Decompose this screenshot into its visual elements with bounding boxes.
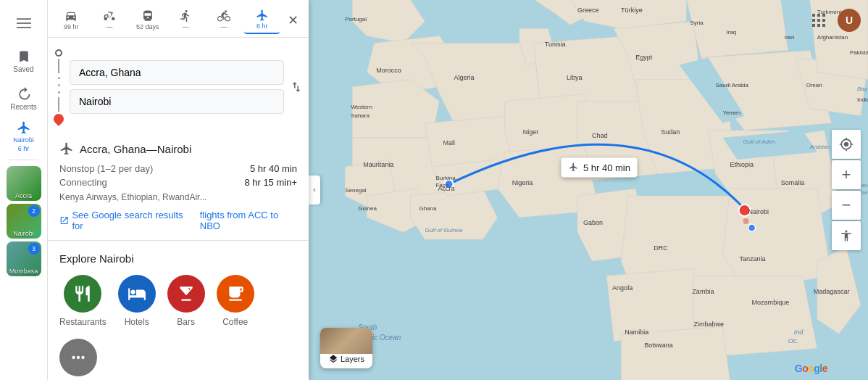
apps-button[interactable] xyxy=(806,7,832,33)
dest-pin xyxy=(51,112,66,126)
sidebar-thumb-mombasa[interactable]: Mombasa 3 xyxy=(7,241,41,276)
transport-mode-cycle[interactable]: — xyxy=(206,7,242,33)
explore-hotels[interactable]: Hotels xyxy=(118,275,156,327)
svg-rect-2 xyxy=(17,27,31,28)
svg-text:Algeria: Algeria xyxy=(454,74,475,81)
svg-text:Mozambique: Mozambique xyxy=(752,299,790,306)
transport-mode-drive[interactable]: 99 hr xyxy=(54,7,89,33)
drive-time: 99 hr xyxy=(64,23,79,30)
close-button[interactable]: ✕ xyxy=(283,10,303,30)
mombasa-badge: 3 xyxy=(28,243,40,255)
collapse-panel-button[interactable] xyxy=(309,175,320,205)
transport-mode-transit[interactable]: 52 days xyxy=(130,7,165,33)
svg-text:Türkiye: Türkiye xyxy=(621,7,643,14)
flight-time-label: 5 hr 40 min xyxy=(583,162,630,173)
flight-map-label: 5 hr 40 min xyxy=(562,157,638,177)
pegman-button[interactable] xyxy=(832,221,861,250)
logo-g: G xyxy=(795,363,802,374)
svg-point-4 xyxy=(104,17,108,21)
flight-section: Accra, Ghana—Nairobi Nonstop (1–2 per da… xyxy=(48,133,309,241)
logo-o1: o xyxy=(802,363,808,374)
my-location-button[interactable] xyxy=(832,130,861,159)
restaurants-circle xyxy=(64,275,101,313)
coffee-label: Coffee xyxy=(222,317,248,327)
flight-title: Accra, Ghana—Nairobi xyxy=(59,141,297,156)
svg-text:Niger: Niger xyxy=(523,128,539,136)
svg-text:Nairobi: Nairobi xyxy=(748,208,769,215)
svg-text:Mauritania: Mauritania xyxy=(363,161,394,168)
route-dots xyxy=(54,46,64,127)
svg-text:Zambia: Zambia xyxy=(692,288,714,295)
svg-text:Sea: Sea xyxy=(861,189,868,196)
svg-text:Gulf of Aden: Gulf of Aden xyxy=(743,139,776,145)
nairobi-thumb-label: Nairobi xyxy=(7,230,41,237)
explore-bars[interactable]: Bars xyxy=(167,275,205,327)
svg-text:Pakistan: Pakistan xyxy=(850,49,868,56)
svg-text:Tanzania: Tanzania xyxy=(740,255,767,263)
svg-rect-70 xyxy=(822,14,825,17)
explore-title: Explore Nairobi xyxy=(59,252,297,265)
explore-coffee[interactable]: Coffee xyxy=(217,275,254,327)
bars-circle xyxy=(167,275,205,313)
dot1 xyxy=(58,77,60,79)
bars-label: Bars xyxy=(177,317,195,327)
user-avatar[interactable]: U xyxy=(838,9,861,32)
svg-rect-75 xyxy=(817,24,820,27)
nairobi-badge: 2 xyxy=(28,205,40,217)
sidebar: Saved Recents Nairobi 6 hr Accra Nairobi… xyxy=(0,0,48,380)
google-logo: Google xyxy=(795,363,827,374)
svg-text:Guinea: Guinea xyxy=(358,205,377,212)
route-line2 xyxy=(58,97,59,112)
recents-label: Recents xyxy=(10,103,37,111)
zoom-in-button[interactable]: + xyxy=(832,160,861,189)
svg-point-7 xyxy=(81,356,84,359)
svg-text:Senegal: Senegal xyxy=(345,187,367,194)
route-inputs xyxy=(48,44,309,133)
explore-section: Explore Nairobi Restaurants Hotels xyxy=(48,241,309,380)
map-svg: Morocco Algeria Libya Tunisia Egypt West… xyxy=(309,0,868,380)
sidebar-item-nairobi-flight[interactable]: Nairobi 6 hr xyxy=(7,119,41,154)
transport-mode-bike[interactable]: — xyxy=(92,7,128,33)
sidebar-thumb-nairobi[interactable]: Nairobi 2 xyxy=(7,204,41,239)
layers-label: Layers xyxy=(328,354,364,364)
origin-dot xyxy=(55,49,62,57)
flight-route-label: Accra, Ghana—Nairobi xyxy=(80,143,191,155)
transport-mode-walk[interactable]: — xyxy=(168,7,204,33)
link-prefix: See Google search results for xyxy=(72,210,191,231)
svg-text:Ethiopia: Ethiopia xyxy=(730,161,755,168)
svg-text:Oman: Oman xyxy=(806,82,822,88)
transport-mode-flight[interactable]: 6 hr xyxy=(244,6,280,34)
svg-point-12 xyxy=(748,224,756,231)
svg-rect-76 xyxy=(822,24,825,27)
svg-text:Zimbabwe: Zimbabwe xyxy=(693,321,724,328)
explore-restaurants[interactable]: Restaurants xyxy=(59,275,107,327)
flight-search-link[interactable]: See Google search results for flights fr… xyxy=(59,210,297,231)
svg-text:Somalia: Somalia xyxy=(781,179,806,186)
bike-time: — xyxy=(107,23,113,30)
walk-time: — xyxy=(183,23,189,30)
svg-text:Saudi Arabia: Saudi Arabia xyxy=(715,82,748,88)
svg-text:DRC: DRC xyxy=(654,244,668,252)
origin-input[interactable] xyxy=(70,60,284,85)
transport-bar: 99 hr — 52 days — — 6 hr ✕ xyxy=(48,0,309,38)
map-area: Morocco Algeria Libya Tunisia Egypt West… xyxy=(309,0,868,380)
svg-text:Egypt: Egypt xyxy=(635,54,653,61)
hotels-label: Hotels xyxy=(125,317,149,327)
coffee-circle xyxy=(217,275,254,313)
swap-button[interactable] xyxy=(290,80,303,94)
svg-text:Oc.: Oc. xyxy=(788,337,798,344)
destination-input[interactable] xyxy=(70,89,284,114)
svg-text:Angola: Angola xyxy=(612,284,633,292)
svg-text:Bay: Bay xyxy=(857,86,868,92)
nairobi-flight-label: Nairobi xyxy=(13,136,34,144)
sidebar-thumb-accra[interactable]: Accra xyxy=(7,166,41,201)
sidebar-item-recents[interactable]: Recents xyxy=(7,81,41,116)
menu-button[interactable] xyxy=(7,6,41,41)
dot3 xyxy=(58,91,60,94)
explore-more[interactable]: More xyxy=(59,339,97,380)
sidebar-item-saved[interactable]: Saved xyxy=(7,44,41,78)
zoom-out-button[interactable]: − xyxy=(832,191,861,220)
layers-button[interactable]: Layers xyxy=(320,328,372,368)
flight-time: 6 hr xyxy=(256,22,268,30)
route-fields xyxy=(70,60,284,114)
